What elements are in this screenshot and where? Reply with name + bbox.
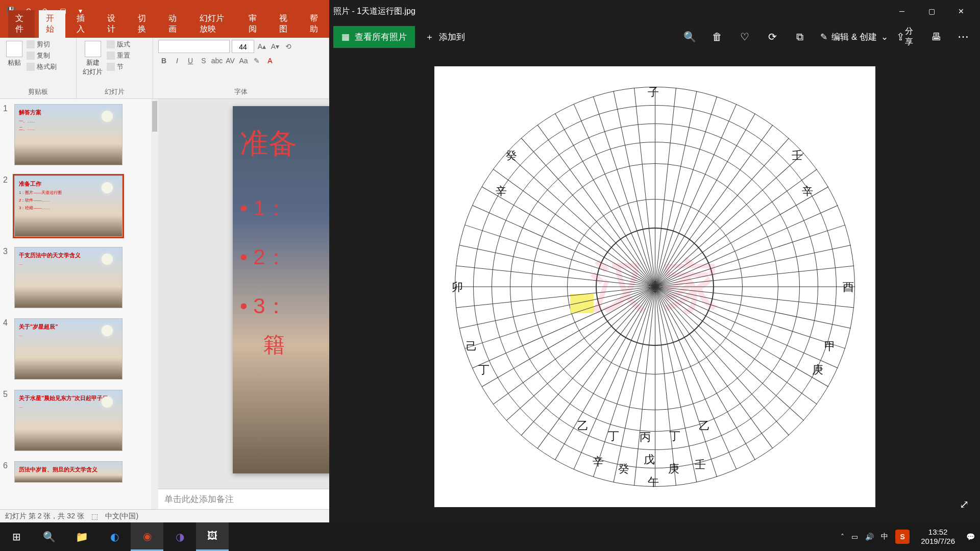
ime-indicator[interactable]: S [895,530,910,544]
crop-button[interactable]: ⧉ [788,24,812,49]
photos-window: 照片 - 1天道运行图.jpg ─ ▢ ✕ ▦查看所有照片 ＋添加到 🔍 🗑 ♡… [329,0,980,522]
tab-slideshow[interactable]: 幻灯片放映 [192,10,237,38]
thumb-scrollbar[interactable] [151,99,158,509]
moon-icon [102,254,113,265]
moon-icon [102,182,113,193]
print-button[interactable]: 🖶 [924,24,948,49]
shrink-font[interactable]: A▾ [270,41,281,52]
eclipse-app[interactable]: ◑ [163,522,196,551]
font-size-select[interactable]: 44 [232,40,254,53]
scrollbar-handle[interactable] [152,101,157,132]
layout-button[interactable]: 版式 [107,40,130,49]
clock[interactable]: 13:52 2019/7/26 [917,528,959,546]
cut-button[interactable]: 剪切 [27,40,57,49]
minimize-button[interactable]: ─ [887,0,917,22]
notes-pane[interactable]: 单击此处添加备注 [158,489,329,509]
more-button[interactable]: ⋯ [951,24,976,49]
cut-label: 剪切 [37,40,50,49]
highlight-button[interactable]: ✎ [251,55,262,66]
grid-icon: ▦ [341,32,350,42]
ribbon-body: 粘贴 剪切 复制 格式刷 剪贴板 新建 幻灯片 版式 重置 节 [0,38,329,99]
thumb-num: 5 [3,390,10,451]
delete-button[interactable]: 🗑 [705,24,729,49]
bold-button[interactable]: B [158,55,169,66]
close-button[interactable]: ✕ [946,0,976,22]
moon-icon [102,325,113,336]
thumb-1[interactable]: 1解答方案一、……二、…… [0,99,158,170]
copy-button[interactable]: 复制 [27,51,57,60]
tab-review[interactable]: 审阅 [241,10,268,38]
rotate-button[interactable]: ⟳ [760,24,785,49]
thumb-3[interactable]: 3干支历法中的天文学含义… [0,242,158,313]
status-lang-icon[interactable]: ⬚ [91,512,98,520]
photos-titlebar[interactable]: 照片 - 1天道运行图.jpg ─ ▢ ✕ [329,0,980,22]
thumb-num: 1 [3,104,10,165]
search-button[interactable]: 🔍 [33,522,65,551]
painter-label: 格式刷 [37,62,57,71]
slide-title: 准备 [240,124,329,163]
tab-design[interactable]: 设计 [100,10,127,38]
moon-icon [102,396,113,408]
clear-format[interactable]: ⟲ [283,41,294,52]
paste-button[interactable]: 粘贴 [5,40,23,68]
thumb-2[interactable]: 2准备工作1：图片——天道运行图2：软件——……3：经籍——…… [0,170,158,242]
taskbar: ⊞ 🔍 📁 ◐ ◉ ◑ 🖼 ˄ ▭ 🔊 中 S 13:52 2019/7/26 … [0,522,980,551]
photos-app[interactable]: 🖼 [196,522,229,551]
ime-lang[interactable]: 中 [881,532,888,541]
grow-font[interactable]: A▴ [256,41,267,52]
section-button[interactable]: 节 [107,62,130,71]
tray-chevron[interactable]: ˄ [841,533,844,541]
copy-label: 复制 [37,51,50,60]
thumb-num: 3 [3,247,10,308]
tab-view[interactable]: 视图 [272,10,299,38]
tab-file[interactable]: 文件 [8,10,35,38]
shadow-button[interactable]: abc [211,55,223,66]
tab-home[interactable]: 开始 [39,10,65,38]
font-name-select[interactable] [158,40,230,53]
share-label: 分享 [905,26,921,47]
file-explorer[interactable]: 📁 [65,522,98,551]
thumb-5[interactable]: 5关于水星"晨始见东方"次日起甲子日… [0,385,158,456]
thumb-4[interactable]: 4关于"岁星超辰"… [0,313,158,385]
fullscreen-button[interactable]: ⤢ [960,498,969,511]
slides-group-label: 幻灯片 [82,86,148,96]
volume-icon[interactable]: 🔊 [865,533,874,541]
see-all-photos-button[interactable]: ▦查看所有照片 [333,26,415,48]
reset-button[interactable]: 重置 [107,51,130,60]
reset-label: 重置 [117,51,130,60]
edit-create-button[interactable]: ✎编辑 & 创建⌄ [815,31,893,43]
tab-help[interactable]: 帮助 [303,10,329,38]
browser-app[interactable]: ◐ [98,522,131,551]
tab-animation[interactable]: 动画 [161,10,188,38]
italic-button[interactable]: I [172,55,183,66]
tab-transition[interactable]: 切换 [131,10,157,38]
maximize-button[interactable]: ▢ [917,0,946,22]
new-slide-button[interactable]: 新建 幻灯片 [82,40,104,78]
status-slide: 幻灯片 第 2 张，共 32 张 [5,512,84,521]
slide-editor[interactable]: 准备 • 1： • 2： • 3： 籍 单击此处添加备注 [158,99,329,509]
zoom-button[interactable]: 🔍 [677,24,702,49]
bullet-3: • 3： [240,292,329,320]
underline-button[interactable]: U [185,55,196,66]
start-button[interactable]: ⊞ [0,522,33,551]
thumb-6[interactable]: 6历法中岁首、朔旦的天文学含义 [0,456,158,488]
battery-icon[interactable]: ▭ [851,533,858,541]
add-to-button[interactable]: ＋添加到 [418,26,472,48]
case-button[interactable]: Aa [238,55,249,66]
photo-stage[interactable]: 汉 家 子 午 卯 酉 戊 庚 壬 癸 辛 丙 丁 乙 丁 乙 壬 癸 [329,51,980,522]
section-label: 节 [117,62,124,71]
section-icon [107,63,115,71]
photos-toolbar: ▦查看所有照片 ＋添加到 🔍 🗑 ♡ ⟳ ⧉ ✎编辑 & 创建⌄ ⇪ 分享 🖶 … [329,22,980,51]
slide-canvas[interactable]: 准备 • 1： • 2： • 3： 籍 [233,106,329,473]
painter-button[interactable]: 格式刷 [27,62,57,71]
edit-create-label: 编辑 & 创建 [831,31,877,43]
strike-button[interactable]: S [198,55,209,66]
thumb-num: 4 [3,318,10,380]
tab-insert[interactable]: 插入 [69,10,96,38]
share-button[interactable]: ⇪ 分享 [896,24,921,49]
powerpoint-app[interactable]: ◉ [131,522,163,551]
notifications-button[interactable]: 💬 [966,533,975,541]
spacing-button[interactable]: AV [225,55,236,66]
font-color-button[interactable]: A [264,55,276,66]
favorite-button[interactable]: ♡ [732,24,757,49]
